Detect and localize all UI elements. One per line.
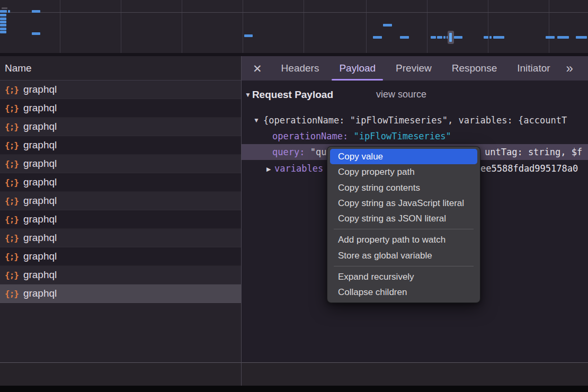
property-value-start: "qu <box>305 147 326 157</box>
details-tab-bar: ✕ HeadersPayloadPreviewResponseInitiator… <box>241 56 588 81</box>
property-key: variables <box>274 160 323 177</box>
request-name: graphql <box>23 176 57 188</box>
timeline-request-bar <box>373 36 382 39</box>
request-row[interactable]: {;}graphql <box>0 118 241 136</box>
tab-headers[interactable]: Headers <box>280 56 320 81</box>
request-row[interactable]: {;}graphql <box>0 284 241 303</box>
menu-item-add-property-path-to-watch[interactable]: Add property path to watch <box>330 232 477 247</box>
timeline-request-bar <box>0 10 7 13</box>
payload-root-row[interactable]: ▼ {operationName: "ipFlowTimeseries", va… <box>241 112 588 128</box>
json-braces-icon: {;} <box>5 103 19 113</box>
timeline-request-bar <box>0 21 6 23</box>
request-name: graphql <box>23 139 57 151</box>
timeline-lane-divider <box>0 12 588 13</box>
menu-item-expand-recursively[interactable]: Expand recursively <box>330 269 477 284</box>
menu-item-copy-property-path[interactable]: Copy property path <box>330 164 477 180</box>
menu-separator <box>334 229 474 229</box>
json-braces-icon: {;} <box>5 270 19 280</box>
request-payload-section-header[interactable]: ▼ Request Payload <box>245 88 333 102</box>
request-row[interactable]: {;}graphql <box>0 81 241 99</box>
json-braces-icon: {;} <box>5 196 19 206</box>
timeline-request-bar <box>0 24 6 26</box>
timeline-request-bar <box>437 36 442 39</box>
collapse-triangle-icon[interactable]: ▼ <box>253 112 260 128</box>
timeline-gridline <box>549 0 549 53</box>
network-overview-timeline[interactable] <box>0 0 588 53</box>
request-row[interactable]: {;}graphql <box>0 229 241 247</box>
request-row[interactable]: {;}graphql <box>0 247 241 266</box>
tab-initiator[interactable]: Initiator <box>516 56 551 81</box>
view-source-link[interactable]: view source <box>376 89 426 100</box>
close-icon[interactable]: ✕ <box>253 63 262 74</box>
request-name: graphql <box>23 121 57 132</box>
property-key: query: <box>272 147 305 157</box>
property-value-overflow: ee5588fdad995178a0 <box>480 160 578 177</box>
menu-item-copy-string-as-json-literal[interactable]: Copy string as JSON literal <box>330 211 477 226</box>
request-row[interactable]: {;}graphql <box>0 210 241 229</box>
request-row[interactable]: {;}graphql <box>0 136 241 155</box>
json-braces-icon: {;} <box>5 177 19 188</box>
devtools-network-panel: Name {;}graphql{;}graphql{;}graphql{;}gr… <box>0 0 588 392</box>
name-column-header[interactable]: Name <box>0 56 241 81</box>
timeline-request-bar <box>454 36 462 39</box>
menu-item-store-as-global-variable[interactable]: Store as global variable <box>330 248 477 263</box>
request-row[interactable]: {;}graphql <box>0 99 241 118</box>
timeline-request-bar <box>546 36 555 39</box>
timeline-request-bar <box>493 36 504 39</box>
json-braces-icon: {;} <box>5 252 19 262</box>
tab-preview[interactable]: Preview <box>395 56 433 81</box>
request-name: graphql <box>23 195 57 207</box>
timeline-request-bar <box>32 10 40 13</box>
timeline-request-bar <box>383 24 392 26</box>
request-name: graphql <box>23 84 57 95</box>
payload-root-preview: {operationName: "ipFlowTimeseries", vari… <box>263 112 567 128</box>
request-name: graphql <box>23 251 57 262</box>
menu-item-copy-string-as-javascript-literal[interactable]: Copy string as JavaScript literal <box>330 195 477 211</box>
timeline-request-bar <box>244 34 253 37</box>
bottom-bar <box>0 386 588 392</box>
json-braces-icon: {;} <box>5 233 19 243</box>
menu-item-copy-value[interactable]: Copy value <box>330 149 477 164</box>
pane-divider[interactable] <box>241 56 242 386</box>
json-braces-icon: {;} <box>5 215 19 225</box>
request-row[interactable]: {;}graphql <box>0 173 241 192</box>
request-row[interactable]: {;}graphql <box>0 266 241 284</box>
timeline-request-bar <box>0 14 6 16</box>
request-row[interactable]: {;}graphql <box>0 192 241 210</box>
collapse-triangle-icon[interactable]: ▼ <box>245 91 251 99</box>
timeline-request-bar <box>32 32 40 35</box>
timeline-selected-request-marker <box>448 31 454 44</box>
timeline-request-bar <box>557 36 569 39</box>
more-tabs-icon[interactable]: » <box>566 61 572 76</box>
request-list-pane: Name {;}graphql{;}graphql{;}graphql{;}gr… <box>0 56 241 386</box>
timeline-gridline <box>427 0 427 53</box>
json-braces-icon: {;} <box>5 85 19 95</box>
request-row[interactable]: {;}graphql <box>0 155 241 173</box>
expand-triangle-icon[interactable]: ▶ <box>266 161 271 177</box>
timeline-gridline <box>60 0 60 53</box>
timeline-gridline <box>366 0 367 53</box>
timeline-gridline <box>121 0 121 53</box>
section-title: Request Payload <box>252 89 333 101</box>
json-braces-icon: {;} <box>5 122 19 132</box>
json-braces-icon: {;} <box>5 289 19 299</box>
timeline-request-bar <box>2 7 7 9</box>
tab-payload[interactable]: Payload <box>338 56 377 81</box>
timeline-gridline <box>304 0 304 53</box>
timeline-gridline <box>243 0 243 53</box>
summary-footer <box>0 363 588 386</box>
menu-item-collapse-children[interactable]: Collapse children <box>330 284 477 300</box>
json-braces-icon: {;} <box>5 159 19 169</box>
request-name: graphql <box>23 158 57 170</box>
json-braces-icon: {;} <box>5 140 19 150</box>
menu-separator <box>334 266 474 266</box>
property-key: operationName: <box>272 131 348 141</box>
request-name: graphql <box>23 102 57 114</box>
timeline-gridline <box>182 0 182 53</box>
menu-item-copy-string-contents[interactable]: Copy string contents <box>330 180 477 195</box>
tab-response[interactable]: Response <box>451 56 498 81</box>
payload-row-operationName[interactable]: operationName: "ipFlowTimeseries" <box>241 128 588 144</box>
timeline-request-bar <box>0 28 6 30</box>
timeline-request-bar <box>484 36 488 39</box>
timeline-gridline <box>488 0 488 53</box>
